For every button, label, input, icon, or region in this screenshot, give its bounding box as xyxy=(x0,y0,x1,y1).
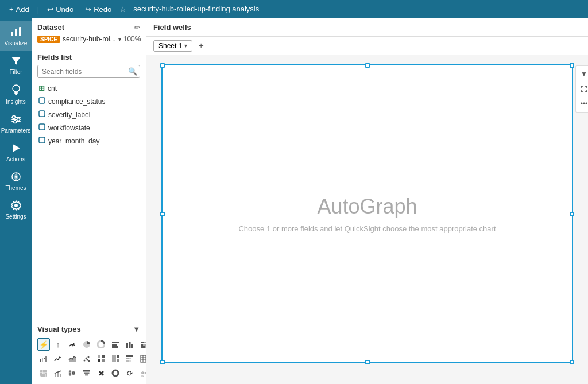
sheet-dropdown-icon[interactable]: ▾ xyxy=(184,42,187,49)
search-icon: 🔍 xyxy=(128,67,137,76)
handle-top-right[interactable] xyxy=(570,63,574,68)
chart-container[interactable]: ▼ ••• AutoGraph Choose 1 or more fields … xyxy=(161,64,573,363)
sheet-tab-1[interactable]: Sheet 1 ▾ xyxy=(153,40,192,52)
field-item-year-month-day[interactable]: year_month_day xyxy=(37,135,140,146)
handle-top-left[interactable] xyxy=(160,63,165,68)
divider-1: | xyxy=(37,5,39,14)
svg-rect-54 xyxy=(98,359,100,362)
handle-bottom-center[interactable] xyxy=(365,360,370,364)
sidebar-item-themes[interactable]: Themes xyxy=(0,167,32,196)
field-item-compliance-status[interactable]: compliance_status xyxy=(37,96,140,107)
visualize-label: Visualize xyxy=(5,40,28,46)
svg-rect-82 xyxy=(85,374,88,376)
settings-label: Settings xyxy=(5,214,26,220)
sidebar-item-actions[interactable]: Actions xyxy=(0,138,32,167)
undo-button[interactable]: ↩ Undo xyxy=(44,4,77,15)
autograph-subtitle: Choose 1 or more fields and let QuickSig… xyxy=(238,224,496,233)
svg-rect-61 xyxy=(129,358,131,359)
search-input[interactable] xyxy=(42,68,128,76)
svg-rect-6 xyxy=(15,94,17,95)
svg-rect-57 xyxy=(117,355,119,358)
dataset-section: Dataset ✏ SPICE security-hub-rol... ▾ 10… xyxy=(32,18,146,48)
visual-types-grid: ⚡ ↑ xyxy=(37,338,140,379)
handle-middle-right[interactable] xyxy=(570,212,574,216)
side-panel: Dataset ✏ SPICE security-hub-rol... ▾ 10… xyxy=(32,18,146,384)
visual-types-header: Visual types ▼ xyxy=(37,325,140,333)
dimension-icon-compliance xyxy=(38,97,45,106)
field-item-cnt[interactable]: ⊞ cnt xyxy=(37,83,140,94)
visual-types-label: Visual types xyxy=(37,325,81,333)
star-icon[interactable]: ☆ xyxy=(119,5,126,14)
svg-rect-20 xyxy=(39,137,45,143)
redo-button[interactable]: ↪ Redo xyxy=(82,4,115,15)
vt-box-plot[interactable] xyxy=(66,367,79,379)
svg-rect-17 xyxy=(39,98,45,103)
svg-rect-32 xyxy=(141,344,143,346)
canvas-area: ▼ ••• AutoGraph Choose 1 or more fields … xyxy=(146,55,588,384)
vt-tree-map[interactable] xyxy=(109,352,122,365)
vt-area[interactable] xyxy=(66,352,79,365)
field-label-workflowstate: workflowstate xyxy=(48,124,90,132)
insights-icon xyxy=(11,84,21,98)
field-label-year-month-day: year_month_day xyxy=(48,137,99,145)
svg-point-16 xyxy=(14,204,18,207)
chart-toolbar-collapse[interactable]: ▼ xyxy=(577,67,588,81)
vt-heat-map[interactable] xyxy=(95,352,107,365)
field-item-severity-label[interactable]: severity_label xyxy=(37,109,140,120)
vt-bar-horizontal[interactable] xyxy=(109,338,122,351)
vt-scatter[interactable] xyxy=(80,352,93,365)
handle-bottom-right[interactable] xyxy=(570,360,574,364)
fields-section: Fields list 🔍 ⊞ cnt compliance_status xyxy=(32,48,146,320)
vt-waterfall[interactable] xyxy=(37,352,50,365)
vt-donut[interactable] xyxy=(95,338,107,351)
vt-custom[interactable]: ⟳ xyxy=(123,367,136,379)
vt-autograph[interactable]: ⚡ xyxy=(37,338,50,351)
svg-rect-60 xyxy=(126,358,129,359)
sidebar-item-parameters[interactable]: Parameters xyxy=(0,110,32,138)
vt-waterfall2[interactable]: ✖ xyxy=(95,367,107,379)
field-item-workflowstate[interactable]: workflowstate xyxy=(37,122,140,133)
vt-donut2[interactable] xyxy=(109,367,122,379)
dimension-icon-date xyxy=(38,137,45,145)
dataset-dropdown-icon[interactable]: ▾ xyxy=(118,36,121,42)
visualize-icon xyxy=(10,26,22,39)
svg-rect-63 xyxy=(129,360,131,362)
chart-toolbar-more[interactable]: ••• xyxy=(577,97,588,111)
visual-types-section: Visual types ▼ ⚡ ↑ xyxy=(32,320,146,384)
vt-pivot[interactable] xyxy=(123,352,136,365)
dataset-edit-icon[interactable]: ✏ xyxy=(134,23,140,32)
main-content: Field wells Sheet 1 ▾ + xyxy=(146,18,588,384)
vt-word-cloud[interactable]: abcxyz xyxy=(138,367,146,379)
sidebar-item-settings[interactable]: Settings xyxy=(0,196,32,224)
add-button[interactable]: + Add xyxy=(6,4,33,15)
vt-combo[interactable] xyxy=(52,367,64,379)
sidebar-item-visualize[interactable]: Visualize xyxy=(0,21,32,51)
sheet-tabs: Sheet 1 ▾ + xyxy=(146,37,588,55)
handle-bottom-left[interactable] xyxy=(160,360,165,364)
sidebar-item-filter[interactable]: Filter xyxy=(0,51,32,80)
field-wells-label: Field wells xyxy=(153,23,191,32)
chart-toolbar-expand[interactable] xyxy=(577,82,588,96)
search-box[interactable]: 🔍 xyxy=(37,65,140,78)
vt-bar-vertical[interactable] xyxy=(123,338,136,351)
vt-kpi[interactable]: ↑ xyxy=(52,338,64,351)
vt-funnel[interactable] xyxy=(80,367,93,379)
sheet-add-button[interactable]: + xyxy=(196,41,206,51)
svg-rect-1 xyxy=(15,29,17,36)
vt-stacked-bar-h[interactable] xyxy=(138,338,146,351)
vt-filled-map[interactable] xyxy=(37,367,50,379)
svg-rect-44 xyxy=(44,358,45,359)
svg-point-83 xyxy=(113,370,118,376)
svg-rect-5 xyxy=(14,92,18,94)
sidebar-item-insights[interactable]: Insights xyxy=(0,80,32,110)
vt-line[interactable] xyxy=(52,352,64,365)
main-layout: Visualize Filter Insights xyxy=(0,18,588,384)
visual-types-collapse-icon[interactable]: ▼ xyxy=(133,325,140,333)
handle-middle-left[interactable] xyxy=(160,212,165,216)
themes-label: Themes xyxy=(5,185,26,191)
vt-pie[interactable] xyxy=(80,338,93,351)
svg-rect-43 xyxy=(42,358,43,362)
vt-gauge[interactable] xyxy=(66,338,79,351)
handle-top-center[interactable] xyxy=(365,63,370,68)
vt-table[interactable] xyxy=(138,352,146,365)
